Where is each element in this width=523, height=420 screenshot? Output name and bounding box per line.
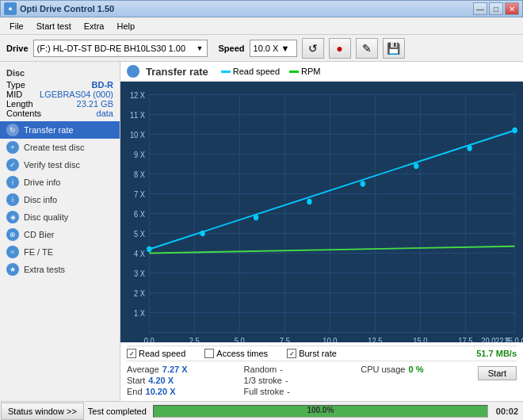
disc-info-icon: i (6, 193, 19, 206)
app-title: Opti Drive Control 1.50 (20, 4, 114, 13)
sidebar-item-disc-quality[interactable]: ◈ Disc quality (0, 208, 120, 226)
speed-select[interactable]: 10.0 X ▼ (250, 40, 297, 57)
sidebar-item-extra-tests[interactable]: ★ Extra tests (0, 261, 120, 278)
disc-length-label: Length (6, 99, 33, 109)
svg-point-53 (468, 145, 472, 151)
sidebar-item-create-test-disc[interactable]: + Create test disc (0, 139, 120, 156)
start-value: 4.20 X (148, 376, 174, 385)
cd-bier-icon: ⊕ (6, 228, 19, 241)
menu-start-test[interactable]: Start test (30, 20, 78, 32)
svg-text:4 X: 4 X (134, 250, 145, 259)
progress-bar-container: 100.0% (153, 405, 488, 418)
menu-file[interactable]: File (3, 20, 30, 32)
content-area: Transfer rate Read speed RPM (120, 62, 523, 401)
menu-extra[interactable]: Extra (78, 20, 111, 32)
read-speed-checkbox-label: Read speed (139, 349, 185, 358)
maximize-button[interactable]: □ (489, 2, 503, 15)
transfer-rate-icon: ↻ (6, 124, 19, 136)
stroke13-value: - (285, 376, 288, 385)
disc-length-value: 23.21 GB (77, 99, 113, 109)
titlebar: ● Opti Drive Control 1.50 — □ ✕ (0, 0, 523, 17)
svg-text:6 X: 6 X (134, 210, 145, 220)
svg-text:5 X: 5 X (134, 230, 145, 239)
sidebar-item-drive-info[interactable]: i Drive info (0, 174, 120, 191)
close-button[interactable]: ✕ (505, 2, 519, 15)
svg-text:5.0: 5.0 (235, 337, 245, 342)
disc-contents-value: data (97, 109, 113, 118)
write-button[interactable]: ✎ (356, 38, 378, 59)
sidebar-item-fe-te[interactable]: ≈ FE / TE (0, 243, 120, 261)
menu-help[interactable]: Help (110, 20, 141, 32)
create-test-disc-icon: + (6, 141, 19, 154)
svg-text:3 X: 3 X (134, 269, 145, 279)
sidebar-item-transfer-rate[interactable]: ↻ Transfer rate (0, 121, 120, 139)
refresh-button[interactable]: ↺ (302, 38, 324, 59)
extra-tests-icon: ★ (6, 263, 19, 276)
end-value: 10.20 X (146, 387, 176, 396)
titlebar-controls: — □ ✕ (473, 2, 519, 15)
menubar: File Start test Extra Help (0, 17, 523, 35)
sidebar-item-label: Create test disc (24, 143, 84, 152)
stats-rows: Average 7.27 X Start 4.20 X End 10.20 X … (127, 361, 517, 398)
stats-col-2: Random - 1/3 stroke - Full stroke - (244, 365, 361, 396)
read-speed-color (221, 71, 231, 73)
read-speed-checkbox-box[interactable]: ✓ (127, 349, 136, 358)
save-button[interactable]: 💾 (383, 38, 405, 59)
svg-point-54 (513, 128, 517, 134)
svg-text:20.0: 20.0 (481, 337, 495, 342)
disc-quality-icon: ◈ (6, 211, 19, 223)
status-text: Test completed (85, 407, 150, 416)
sidebar-item-label: CD Bier (24, 230, 55, 239)
start-button[interactable]: Start (478, 366, 517, 380)
svg-point-49 (254, 215, 258, 221)
chart-container: 12 X 11 X 10 X 9 X 8 X 7 X 6 X 5 X 4 X 3… (120, 82, 523, 342)
disc-type-label: Type (6, 80, 25, 90)
access-times-checkbox[interactable]: Access times (204, 349, 268, 358)
progress-text: 100.0% (154, 406, 487, 414)
stats-col-3: CPU usage 0 % (361, 365, 478, 376)
stats-col-1: Average 7.27 X Start 4.20 X End 10.20 X (127, 365, 244, 396)
start-label: Start (127, 376, 145, 385)
disc-mid-value: LGEBRAS04 (000) (40, 90, 113, 99)
burst-rate-checkbox-box[interactable]: ✓ (287, 349, 296, 358)
burst-rate-value: 51.7 MB/s (476, 349, 517, 358)
legend-read-speed-label: Read speed (233, 67, 280, 76)
sidebar-item-disc-info[interactable]: i Disc info (0, 191, 120, 208)
average-label: Average (127, 365, 159, 374)
drive-info-icon: i (6, 176, 19, 189)
access-times-checkbox-box[interactable] (204, 349, 214, 358)
sidebar-item-label: FE / TE (24, 247, 53, 257)
minimize-button[interactable]: — (473, 2, 487, 15)
svg-text:2 X: 2 X (134, 289, 145, 299)
drive-select[interactable]: (F:) HL-DT-ST BD-RE BH10LS30 1.00 ▼ (33, 40, 208, 57)
disc-contents-label: Contents (6, 109, 41, 118)
stat-random-row: Random - (244, 365, 361, 374)
checkboxes-row: ✓ Read speed Access times ✓ Burst rate 5… (127, 346, 517, 361)
speed-label: Speed (219, 44, 245, 53)
burst-rate-checkbox[interactable]: ✓ Burst rate (287, 349, 337, 358)
full-stroke-value: - (287, 387, 290, 396)
stat-average-row: Average 7.27 X (127, 365, 244, 374)
sidebar-item-label: Disc info (24, 195, 57, 204)
sidebar-item-cd-bier[interactable]: ⊕ CD Bier (0, 226, 120, 243)
eject-button[interactable]: ● (329, 38, 351, 59)
sidebar-item-verify-test-disc[interactable]: ✓ Verify test disc (0, 156, 120, 174)
stat-start-row: Start 4.20 X (127, 376, 244, 385)
svg-text:7 X: 7 X (134, 190, 145, 200)
legend-rpm-label: RPM (301, 67, 320, 76)
disc-section-label: Disc (0, 67, 120, 79)
app-icon: ● (4, 2, 17, 15)
sidebar-item-label: Transfer rate (24, 125, 74, 135)
chart-title-icon (127, 65, 139, 78)
svg-text:12.5: 12.5 (368, 337, 382, 342)
average-value: 7.27 X (162, 365, 188, 374)
end-label: End (127, 387, 143, 396)
read-speed-checkbox[interactable]: ✓ Read speed (127, 349, 185, 358)
start-btn-container: Start (478, 365, 517, 382)
status-window-button[interactable]: Status window >> (1, 403, 84, 420)
drive-label: Drive (6, 44, 29, 53)
random-label: Random (244, 365, 277, 374)
svg-text:7.5: 7.5 (280, 337, 290, 342)
svg-point-52 (414, 163, 418, 170)
sidebar-item-label: Drive info (24, 178, 60, 187)
